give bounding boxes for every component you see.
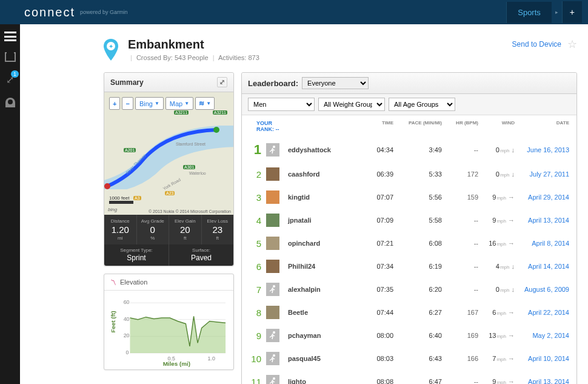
- inbox-icon[interactable]: [5, 53, 16, 62]
- date-link[interactable]: May 2, 2014: [515, 332, 569, 339]
- username[interactable]: caashford: [288, 170, 363, 178]
- date-link[interactable]: April 29, 2014: [515, 194, 569, 201]
- app-logo[interactable]: connect: [24, 5, 75, 19]
- username[interactable]: eddyshattock: [288, 146, 363, 153]
- zoom-out-button[interactable]: −: [122, 97, 133, 110]
- table-row[interactable]: 5 opinchard 07:21 6:08 -- 16mph→ April 8…: [242, 232, 576, 255]
- pace-value: 6:47: [393, 378, 442, 384]
- wind-value: 0mph↓: [478, 146, 515, 153]
- date-link[interactable]: April 22, 2014: [515, 309, 569, 316]
- avatar[interactable]: [266, 190, 279, 204]
- username[interactable]: opinchard: [288, 240, 363, 247]
- pace-value: 6:20: [393, 286, 442, 293]
- elevation-header: 〽 Elevation: [104, 274, 233, 291]
- avatar[interactable]: [266, 375, 279, 384]
- pace-value: 5:56: [393, 194, 442, 201]
- rank-number: 10: [249, 354, 261, 364]
- username[interactable]: jpnatali: [288, 217, 363, 224]
- svg-point-16: [273, 146, 275, 148]
- date-link[interactable]: April 8, 2014: [515, 240, 569, 247]
- table-row[interactable]: 7 alexhalpin 07:35 6:20 -- 0mph↓ August …: [242, 278, 576, 301]
- svg-point-20: [273, 377, 275, 380]
- avatar[interactable]: [266, 167, 279, 181]
- hr-value: --: [442, 378, 478, 384]
- username[interactable]: lighto: [288, 378, 363, 384]
- star-icon[interactable]: ☆: [567, 38, 577, 51]
- avatar[interactable]: [266, 352, 279, 365]
- stat-item: Avg Grade0%: [137, 215, 170, 244]
- avatar[interactable]: [266, 329, 279, 342]
- age-filter[interactable]: All Age Groups: [389, 98, 455, 111]
- date-link[interactable]: April 13, 2014: [515, 378, 569, 384]
- map-provider-select[interactable]: Bing ▼: [135, 97, 164, 110]
- table-header: YOUR RANK: -- TIME PACE (MIN/MI) HR (BPM…: [242, 115, 576, 137]
- rank-number: 3: [249, 192, 261, 203]
- table-row[interactable]: 10 pasqual45 08:03 6:43 166 7mph→ April …: [242, 347, 576, 370]
- date-link[interactable]: April 13, 2014: [515, 217, 569, 224]
- menu-icon[interactable]: [4, 32, 16, 41]
- svg-point-2: [104, 183, 110, 189]
- summary-header: Summary ⤢: [104, 73, 233, 92]
- elevation-chart[interactable]: Feet (ft) 60 40 20 0 0.5 1.0 Miles (mi): [104, 291, 233, 369]
- main-content: ✦ Embankment | Crossed By: 543 People | …: [20, 24, 588, 384]
- avatar[interactable]: [266, 260, 279, 273]
- date-link[interactable]: July 27, 2011: [515, 170, 569, 178]
- time-value: 07:44: [363, 309, 393, 316]
- date-link[interactable]: April 10, 2014: [515, 355, 569, 362]
- table-row[interactable]: 2 caashford 06:39 5:33 172 0mph↓ July 27…: [242, 163, 576, 186]
- username[interactable]: pchayman: [288, 332, 363, 339]
- send-to-device-link[interactable]: Send to Device: [512, 40, 561, 49]
- table-row[interactable]: 11 lighto 08:08 6:47 -- 9mph→ April 13, …: [242, 370, 576, 384]
- expand-icon[interactable]: ⤢: [217, 77, 227, 87]
- rank-number: 8: [249, 308, 261, 318]
- svg-text:0: 0: [126, 349, 129, 355]
- map[interactable]: + − Bing ▼ Map ▼ ≋ ▼ A3211 A3211 A201: [104, 92, 233, 215]
- username[interactable]: Philhil24: [288, 263, 363, 270]
- sync-icon[interactable]: ⤢1: [6, 74, 14, 86]
- layers-button[interactable]: ≋ ▼: [195, 97, 215, 110]
- table-row[interactable]: 4 jpnatali 07:09 5:58 -- 9mph→ April 13,…: [242, 209, 576, 232]
- avatar[interactable]: [266, 143, 279, 157]
- road-label: A3: [133, 196, 141, 200]
- stat-item: Elev Loss23ft: [202, 215, 234, 244]
- table-row[interactable]: 6 Philhil24 07:34 6:19 -- 4mph↓ April 14…: [242, 255, 576, 278]
- map-view-select[interactable]: Map ▼: [165, 97, 193, 110]
- table-row[interactable]: 8 Beetle 07:44 6:27 167 6mph→ April 22, …: [242, 301, 576, 324]
- wind-arrow-icon: →: [508, 240, 515, 247]
- rank-number: 11: [249, 377, 261, 385]
- profile-icon[interactable]: [5, 98, 15, 107]
- wind-value: 9mph→: [478, 378, 515, 384]
- date-link[interactable]: August 6, 2009: [515, 286, 569, 293]
- username[interactable]: alexhalpin: [288, 286, 363, 293]
- table-row[interactable]: 3 kingtid 07:07 5:56 159 9mph→ April 29,…: [242, 186, 576, 209]
- time-value: 07:07: [363, 194, 393, 201]
- date-link[interactable]: June 16, 2013: [515, 146, 569, 153]
- username[interactable]: kingtid: [288, 194, 363, 201]
- weight-filter[interactable]: All Weight Groups: [318, 98, 385, 111]
- avatar[interactable]: [266, 306, 279, 319]
- pace-value: 6:19: [393, 263, 442, 270]
- filter-row: Men All Weight Groups All Age Groups: [242, 94, 576, 115]
- avatar[interactable]: [266, 237, 279, 250]
- zoom-in-button[interactable]: +: [109, 97, 120, 110]
- table-row[interactable]: 1 eddyshattock 04:34 3:49 -- 0mph↓ June …: [242, 137, 576, 163]
- sports-tab[interactable]: Sports: [506, 2, 552, 23]
- svg-point-3: [213, 127, 219, 133]
- map-scale: 1000 feet: [109, 195, 133, 204]
- sports-dropdown-caret[interactable]: ▸: [552, 9, 562, 15]
- username[interactable]: Beetle: [288, 309, 363, 316]
- scope-select[interactable]: Everyone: [302, 77, 369, 89]
- gender-filter[interactable]: Men: [248, 98, 315, 111]
- add-button[interactable]: +: [562, 1, 582, 23]
- wind-value: 9mph→: [478, 217, 515, 224]
- elevation-icon: 〽: [110, 279, 116, 286]
- table-row[interactable]: 9 pchayman 08:00 6:40 169 13mph→ May 2, …: [242, 324, 576, 347]
- avatar[interactable]: [266, 283, 279, 296]
- stat-item: Segment Type:Sprint: [104, 244, 169, 266]
- place-label: Stamford Street: [176, 142, 205, 146]
- wind-value: 0mph↓: [478, 170, 515, 178]
- username[interactable]: pasqual45: [288, 355, 363, 362]
- page-title: Embankment: [128, 38, 259, 52]
- date-link[interactable]: April 14, 2014: [515, 263, 569, 270]
- avatar[interactable]: [266, 214, 279, 227]
